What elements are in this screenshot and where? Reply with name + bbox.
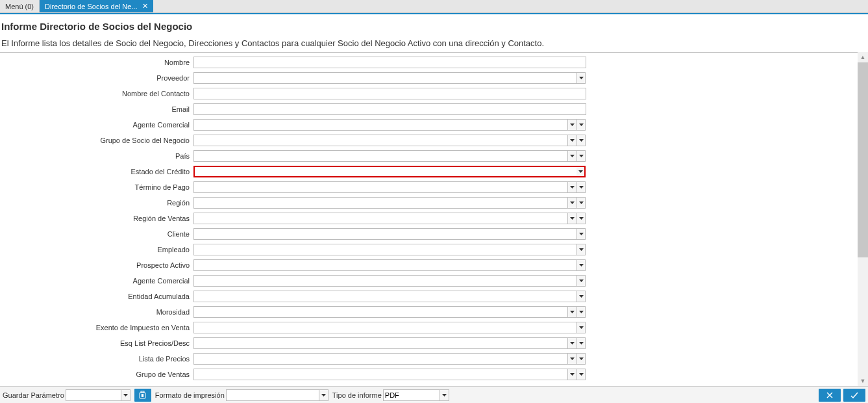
chevron-down-icon[interactable] [577, 119, 586, 131]
close-icon[interactable]: ✕ [142, 2, 148, 10]
combo-input[interactable] [193, 291, 577, 302]
chevron-down-icon[interactable] [577, 197, 586, 209]
combo-input[interactable] [193, 181, 567, 193]
svg-marker-35 [442, 394, 447, 396]
combo-field[interactable] [193, 213, 586, 224]
scroll-thumb[interactable] [858, 62, 868, 257]
tab-menu[interactable]: Menú (0) [0, 0, 40, 12]
delete-button[interactable] [134, 389, 151, 402]
combo-input[interactable] [193, 244, 577, 255]
combo-input[interactable] [193, 353, 567, 365]
combo-field[interactable] [193, 369, 586, 380]
combo-field[interactable] [193, 322, 586, 333]
combo-field[interactable] [193, 228, 586, 240]
form-row: Agente Comercial [0, 273, 868, 289]
scroll-up-icon[interactable]: ▲ [858, 52, 868, 62]
chevron-down-icon[interactable] [577, 259, 586, 271]
combo-field[interactable] [193, 306, 586, 318]
chevron-down-icon[interactable] [577, 322, 586, 333]
chevron-down-icon[interactable] [577, 369, 586, 380]
chevron-down-icon[interactable] [567, 197, 577, 209]
chevron-down-icon[interactable] [577, 72, 586, 84]
tab-active[interactable]: Directorio de Socios del Ne... ✕ [40, 0, 153, 12]
combo-input[interactable] [193, 228, 577, 240]
svg-marker-25 [579, 358, 584, 360]
combo-field[interactable] [193, 135, 586, 146]
chevron-down-icon[interactable] [577, 306, 586, 318]
combo-field[interactable] [193, 275, 586, 287]
chevron-down-icon[interactable] [121, 390, 130, 400]
report-type-field[interactable] [383, 389, 449, 401]
field-label: Email [0, 105, 193, 113]
tab-bar: Menú (0) Directorio de Socios del Ne... … [0, 0, 868, 13]
chevron-down-icon[interactable] [567, 213, 577, 224]
report-type-input[interactable] [384, 390, 440, 400]
combo-input[interactable] [193, 275, 577, 287]
combo-input[interactable] [193, 306, 567, 318]
field-label: Exento de Impuesto en Venta [0, 324, 193, 332]
chevron-down-icon[interactable] [567, 119, 577, 131]
chevron-down-icon[interactable] [577, 228, 586, 240]
chevron-down-icon[interactable] [577, 244, 586, 255]
save-param-input[interactable] [66, 390, 121, 400]
text-input[interactable] [193, 88, 586, 99]
combo-field[interactable] [193, 150, 586, 162]
combo-field[interactable] [193, 197, 586, 209]
chevron-down-icon[interactable] [577, 135, 586, 146]
combo-field[interactable] [193, 166, 586, 177]
chevron-down-icon[interactable] [567, 181, 577, 193]
combo-field[interactable] [193, 259, 586, 271]
print-format-input[interactable] [227, 390, 319, 400]
combo-field[interactable] [193, 119, 586, 131]
combo-field[interactable] [193, 72, 586, 84]
print-format-field[interactable] [226, 389, 329, 401]
combo-field[interactable] [193, 353, 586, 365]
chevron-down-icon[interactable] [577, 275, 586, 287]
combo-input[interactable] [193, 135, 567, 146]
chevron-down-icon[interactable] [567, 353, 577, 365]
chevron-down-icon[interactable] [577, 213, 586, 224]
combo-input[interactable] [193, 337, 567, 349]
chevron-down-icon[interactable] [567, 306, 577, 318]
combo-field[interactable] [193, 244, 586, 255]
combo-input[interactable] [193, 259, 577, 271]
chevron-down-icon[interactable] [577, 166, 586, 177]
svg-marker-20 [579, 311, 584, 313]
combo-input[interactable] [193, 369, 567, 380]
scrollbar[interactable]: ▲ ▼ [858, 52, 868, 386]
chevron-down-icon[interactable] [567, 135, 577, 146]
combo-input[interactable] [193, 119, 567, 131]
field-label: Empleado [0, 246, 193, 254]
svg-marker-6 [579, 155, 584, 157]
chevron-down-icon[interactable] [319, 390, 328, 400]
scroll-down-icon[interactable]: ▼ [858, 376, 868, 386]
chevron-down-icon[interactable] [577, 181, 586, 193]
chevron-down-icon[interactable] [577, 353, 586, 365]
field-label: Agente Comercial [0, 277, 193, 285]
combo-field[interactable] [193, 181, 586, 193]
combo-input[interactable] [193, 72, 577, 84]
chevron-down-icon[interactable] [567, 337, 577, 349]
text-input[interactable] [193, 103, 586, 115]
field-wrapper [193, 213, 586, 224]
svg-marker-2 [579, 124, 584, 126]
cancel-button[interactable] [819, 389, 841, 402]
combo-field[interactable] [193, 291, 586, 302]
combo-input[interactable] [193, 322, 577, 333]
form-row: Esq List Precios/Desc [0, 335, 868, 351]
field-label: Prospecto Activo [0, 261, 193, 269]
combo-input[interactable] [193, 197, 567, 209]
combo-input[interactable] [193, 213, 567, 224]
chevron-down-icon[interactable] [567, 369, 577, 380]
combo-field[interactable] [193, 337, 586, 349]
chevron-down-icon[interactable] [567, 150, 577, 162]
combo-input[interactable] [193, 166, 577, 177]
chevron-down-icon[interactable] [577, 291, 586, 302]
chevron-down-icon[interactable] [577, 337, 586, 349]
chevron-down-icon[interactable] [577, 150, 586, 162]
save-param-field[interactable] [66, 389, 130, 401]
confirm-button[interactable] [843, 389, 865, 402]
chevron-down-icon[interactable] [440, 390, 449, 400]
combo-input[interactable] [193, 150, 567, 162]
text-input[interactable] [193, 57, 586, 68]
